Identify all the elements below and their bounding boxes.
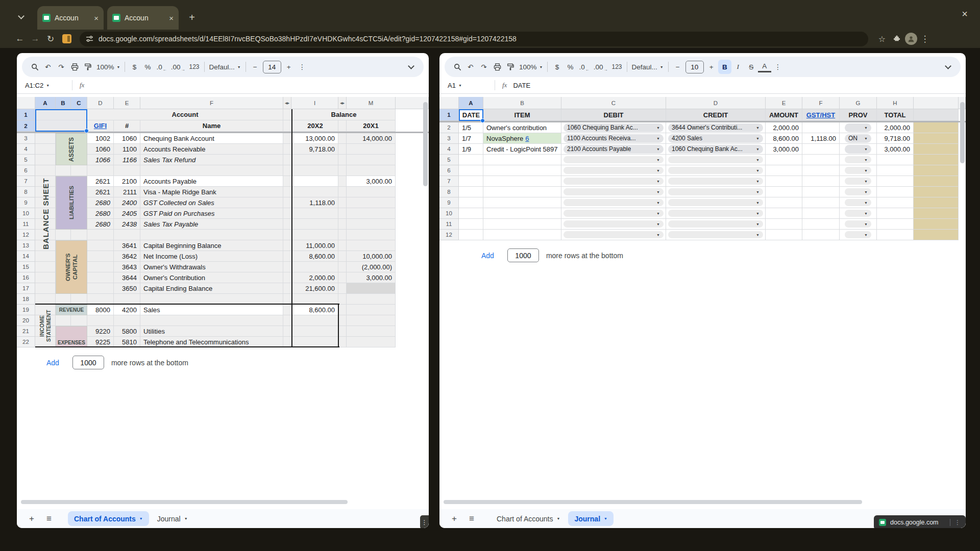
cell-extra-1[interactable] <box>914 109 959 121</box>
cell-E8[interactable] <box>766 187 802 197</box>
cell-20X2-header[interactable]: 20X2 <box>291 120 338 132</box>
row-header-1[interactable]: 1 <box>439 109 459 121</box>
cell-hidden[interactable] <box>283 230 291 240</box>
cell-G12[interactable]: ▼ <box>840 230 877 240</box>
dropdown-chip[interactable]: ▼ <box>668 167 763 174</box>
row-header-9[interactable]: 9 <box>17 197 35 208</box>
cell-E15[interactable]: 3643 <box>114 262 140 272</box>
cell-hidden[interactable] <box>338 155 347 165</box>
search-icon[interactable] <box>28 60 41 74</box>
cell-D6[interactable] <box>87 165 114 176</box>
cell-D8[interactable]: 2621 <box>87 187 114 197</box>
cell-C8[interactable]: ▼ <box>561 187 666 197</box>
cell-I20[interactable] <box>291 315 338 326</box>
cell-G1[interactable]: PROV <box>840 109 877 121</box>
strikethrough-button[interactable]: S <box>745 60 758 74</box>
cell-M18[interactable] <box>347 294 396 305</box>
cell-H4[interactable]: 3,000.00 <box>877 144 914 155</box>
col-header-C[interactable]: C <box>71 97 87 109</box>
cell-E10[interactable]: 2405 <box>114 208 140 219</box>
dropdown-chip[interactable]: ▼ <box>564 199 664 206</box>
cell-F6[interactable] <box>140 165 283 176</box>
cell-B20[interactable] <box>56 315 71 326</box>
number-format-button[interactable]: 123 <box>610 60 624 74</box>
cell-B7[interactable] <box>483 176 561 187</box>
row-header-21[interactable]: 21 <box>17 326 35 337</box>
cell-F1[interactable]: GST/HST <box>802 109 840 121</box>
cell-hidden[interactable] <box>283 165 291 176</box>
cell-C7[interactable]: ▼ <box>561 176 666 187</box>
cell-E8[interactable]: 2111 <box>114 187 140 197</box>
col-header-C[interactable]: C <box>561 97 666 109</box>
cell-A7[interactable] <box>459 176 483 187</box>
cell-extra-12[interactable] <box>914 230 959 240</box>
cell-hidden[interactable] <box>338 165 347 176</box>
dropdown-chip[interactable]: ▼ <box>668 156 763 163</box>
cell-I15[interactable] <box>291 262 338 272</box>
hidden-columns-toggle-icon[interactable]: ◀▶ <box>338 97 347 109</box>
cell-B2[interactable]: Owner's contribution <box>483 122 561 133</box>
cell-B9[interactable] <box>483 197 561 208</box>
redo-icon[interactable]: ↷ <box>55 60 68 74</box>
cell-D10[interactable]: ▼ <box>666 208 766 219</box>
col-header-extra[interactable] <box>914 97 959 109</box>
font-select[interactable]: Defaul...▼ <box>207 60 243 74</box>
gifi-link[interactable]: GIFI <box>94 122 107 130</box>
cell-G11[interactable]: ▼ <box>840 219 877 230</box>
dropdown-chip[interactable]: 1100 Accounts Receiva...▼ <box>564 134 664 143</box>
cell-A6[interactable] <box>459 165 483 176</box>
cell-M6[interactable] <box>347 165 396 176</box>
prov-dropdown-chip[interactable]: ▼ <box>845 199 871 206</box>
cell-B1[interactable]: ITEM <box>483 109 561 121</box>
add-sheet-icon[interactable]: + <box>24 511 39 527</box>
cell-B10[interactable] <box>483 208 561 219</box>
dropdown-chip[interactable]: ▼ <box>668 178 763 185</box>
cell-hidden[interactable] <box>338 337 347 347</box>
cell-E16[interactable]: 3644 <box>114 272 140 283</box>
cell-C10[interactable]: ▼ <box>561 208 666 219</box>
cell-hidden[interactable] <box>283 240 291 251</box>
cell-F17[interactable]: Capital Ending Balance <box>140 283 283 294</box>
cell-C6[interactable] <box>71 165 87 176</box>
prov-dropdown-chip[interactable]: ▼ <box>845 167 871 174</box>
cell-B8[interactable] <box>483 187 561 197</box>
cell-B18[interactable] <box>56 294 71 305</box>
redo-icon[interactable]: ↷ <box>477 60 491 74</box>
cell-I19[interactable]: 8,600.00 <box>291 305 338 315</box>
cell-D3[interactable]: 4200 Sales▼ <box>666 133 766 144</box>
increase-decimal-button[interactable]: .00→ <box>592 60 610 74</box>
row-header-5[interactable]: 5 <box>439 155 459 165</box>
cell-D9[interactable]: ▼ <box>666 197 766 208</box>
cell-extra-3[interactable] <box>914 133 959 144</box>
cell-D22[interactable]: 9225 <box>87 337 114 347</box>
sheet-tab-chart-of-accounts[interactable]: Chart of Accounts▼ <box>68 511 149 526</box>
browser-tab-1[interactable]: Accoun × <box>37 6 104 30</box>
liabilities-label[interactable]: LIABILITIES <box>56 176 87 230</box>
fill-handle[interactable] <box>480 118 485 123</box>
cell-hidden[interactable] <box>338 144 347 155</box>
font-size-input[interactable]: 14 <box>263 61 281 73</box>
cell-G4[interactable]: ▼ <box>840 144 877 155</box>
cell-hidden[interactable] <box>283 251 291 262</box>
row-header-4[interactable]: 4 <box>17 144 35 155</box>
cell-E10[interactable] <box>766 208 802 219</box>
cell-A12[interactable] <box>459 230 483 240</box>
cell-F10[interactable] <box>802 208 840 219</box>
cell-M13[interactable] <box>347 240 396 251</box>
cell-M12[interactable] <box>347 230 396 240</box>
cell-M8[interactable] <box>347 187 396 197</box>
row-header-22[interactable]: 22 <box>17 337 35 347</box>
cell-M11[interactable] <box>347 219 396 230</box>
cell-A9[interactable] <box>459 197 483 208</box>
col-header-B[interactable]: B <box>56 97 71 109</box>
cell-M20[interactable] <box>347 315 396 326</box>
cell-A11[interactable] <box>459 219 483 230</box>
cell-D14[interactable] <box>87 251 114 262</box>
cell-F18[interactable] <box>140 294 283 305</box>
cell-hidden[interactable] <box>338 251 347 262</box>
row-header-12[interactable]: 12 <box>17 230 35 240</box>
docs-site-badge[interactable]: docs.google.com ⋮ <box>874 515 966 528</box>
row-header-2[interactable]: 2 <box>439 122 459 133</box>
cell-F7[interactable] <box>802 176 840 187</box>
cell-D11[interactable]: 2680 <box>87 219 114 230</box>
